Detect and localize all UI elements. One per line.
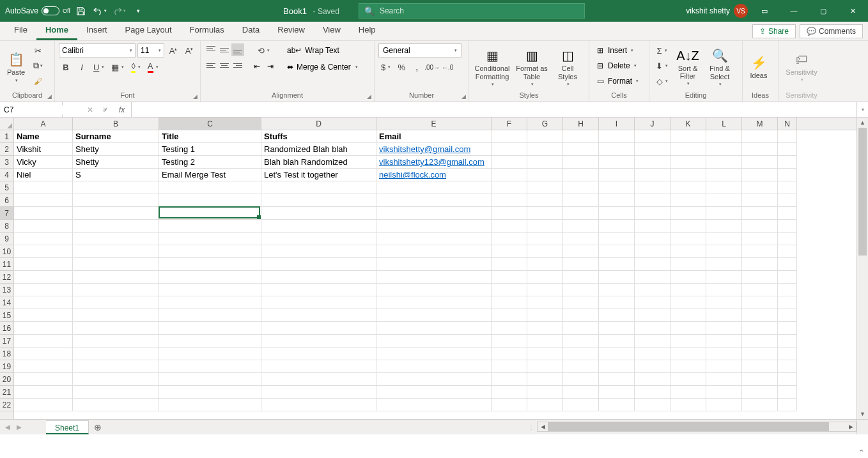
cell-C3[interactable]: Testing 2	[159, 156, 261, 169]
cell-L17[interactable]	[706, 335, 742, 347]
cell-E3[interactable]: vikshitshetty123@gmail.com	[376, 156, 492, 169]
cell-E15[interactable]	[376, 309, 492, 322]
cell-I19[interactable]	[599, 360, 635, 373]
close-button[interactable]: ✕	[840, 0, 865, 22]
increase-decimal-button[interactable]: .00→	[425, 60, 439, 74]
cell-F16[interactable]	[492, 322, 527, 335]
cell-I13[interactable]	[599, 284, 635, 296]
cell-J6[interactable]	[635, 194, 670, 207]
cell-F11[interactable]	[492, 258, 527, 271]
cell-K5[interactable]	[670, 181, 706, 194]
cell-G19[interactable]	[527, 360, 563, 373]
scroll-down-button[interactable]: ▼	[857, 409, 868, 419]
cell-D6[interactable]	[261, 194, 376, 207]
cell-C22[interactable]	[159, 399, 261, 411]
cell-N7[interactable]	[778, 207, 797, 220]
cell-L21[interactable]	[706, 386, 742, 399]
cell-K12[interactable]	[670, 271, 706, 284]
font-launcher[interactable]: ◢	[191, 93, 199, 100]
cell-H3[interactable]	[563, 156, 599, 169]
col-header-F[interactable]: F	[492, 118, 527, 130]
tab-home[interactable]: Home	[36, 21, 77, 40]
row-header-22[interactable]: 22	[0, 399, 13, 411]
cell-C5[interactable]	[159, 181, 261, 194]
cell-N13[interactable]	[778, 284, 797, 296]
cells-area[interactable]: NameSurnameTitleStuffsEmailVikshitShetty…	[14, 130, 856, 419]
cell-J11[interactable]	[635, 258, 670, 271]
cell-K17[interactable]	[670, 335, 706, 347]
cell-B17[interactable]	[73, 335, 159, 347]
cell-E21[interactable]	[376, 386, 492, 399]
cell-H8[interactable]	[563, 220, 599, 233]
tab-file[interactable]: File	[5, 21, 36, 40]
cell-G15[interactable]	[527, 309, 563, 322]
cell-C16[interactable]	[159, 322, 261, 335]
cell-F8[interactable]	[492, 220, 527, 233]
cell-H16[interactable]	[563, 322, 599, 335]
cell-H4[interactable]	[563, 169, 599, 181]
cell-A4[interactable]: Niel	[14, 169, 73, 181]
cell-K16[interactable]	[670, 322, 706, 335]
cell-B13[interactable]	[73, 284, 159, 296]
cell-N16[interactable]	[778, 322, 797, 335]
email-link[interactable]: vikshitshetty@gmail.com	[379, 144, 470, 154]
cell-B6[interactable]	[73, 194, 159, 207]
number-launcher[interactable]: ◢	[460, 93, 467, 100]
cell-N4[interactable]	[778, 169, 797, 181]
cell-M15[interactable]	[742, 309, 778, 322]
cell-K4[interactable]	[670, 169, 706, 181]
cell-D16[interactable]	[261, 322, 376, 335]
cell-N21[interactable]	[778, 386, 797, 399]
cell-F5[interactable]	[492, 181, 527, 194]
cell-M14[interactable]	[742, 296, 778, 309]
clipboard-launcher[interactable]: ◢	[45, 93, 53, 100]
cell-K20[interactable]	[670, 373, 706, 386]
cell-J22[interactable]	[635, 399, 670, 411]
cell-L14[interactable]	[706, 296, 742, 309]
cell-B15[interactable]	[73, 309, 159, 322]
cell-C12[interactable]	[159, 271, 261, 284]
cell-I11[interactable]	[599, 258, 635, 271]
minimize-button[interactable]: —	[781, 0, 807, 22]
sheet-tab-active[interactable]: Sheet1	[46, 420, 89, 434]
format-painter-button[interactable]: 🖌	[31, 74, 45, 88]
cell-K15[interactable]	[670, 309, 706, 322]
cut-button[interactable]: ✂	[31, 43, 45, 57]
cell-D13[interactable]	[261, 284, 376, 296]
underline-button[interactable]: U▾	[91, 60, 107, 74]
cell-I3[interactable]	[599, 156, 635, 169]
save-button[interactable]	[73, 3, 89, 19]
cell-L16[interactable]	[706, 322, 742, 335]
cell-C11[interactable]	[159, 258, 261, 271]
cell-I16[interactable]	[599, 322, 635, 335]
cell-C2[interactable]: Testing 1	[159, 143, 261, 156]
cell-H17[interactable]	[563, 335, 599, 347]
font-size-select[interactable]: 11▾	[137, 43, 164, 57]
cell-I18[interactable]	[599, 347, 635, 360]
row-header-1[interactable]: 1	[0, 130, 13, 143]
cell-I20[interactable]	[599, 373, 635, 386]
qat-customize[interactable]: ▾	[130, 3, 147, 19]
cell-N18[interactable]	[778, 347, 797, 360]
cell-G11[interactable]	[527, 258, 563, 271]
cell-A15[interactable]	[14, 309, 73, 322]
ribbon-display-button[interactable]: ▭	[752, 0, 777, 22]
cell-A10[interactable]	[14, 245, 73, 258]
cell-E12[interactable]	[376, 271, 492, 284]
cell-M11[interactable]	[742, 258, 778, 271]
cell-K9[interactable]	[670, 233, 706, 245]
cell-J7[interactable]	[635, 207, 670, 220]
sort-filter-button[interactable]: A↓ZSort & Filter▾	[673, 43, 702, 91]
cell-D15[interactable]	[261, 309, 376, 322]
cell-J13[interactable]	[635, 284, 670, 296]
formula-input[interactable]	[132, 102, 856, 117]
col-header-B[interactable]: B	[73, 118, 159, 130]
row-header-13[interactable]: 13	[0, 284, 13, 296]
row-header-6[interactable]: 6	[0, 194, 13, 207]
cell-D18[interactable]	[261, 347, 376, 360]
cell-A5[interactable]	[14, 181, 73, 194]
cell-L13[interactable]	[706, 284, 742, 296]
cell-M22[interactable]	[742, 399, 778, 411]
cell-C4[interactable]: Email Merge Test	[159, 169, 261, 181]
hscroll-thumb[interactable]	[548, 422, 829, 431]
